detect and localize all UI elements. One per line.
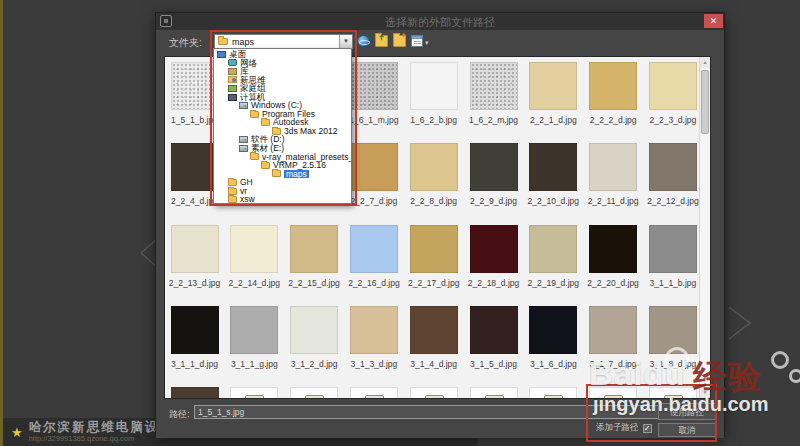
add-subpath-option[interactable]: 添加子路径 ✓ <box>596 422 652 434</box>
file-thumbnail-cell[interactable]: 3_1_3_d.jpg <box>345 306 402 384</box>
tree-item[interactable]: 新思维 <box>214 76 351 85</box>
tree-item[interactable]: maps <box>214 170 351 179</box>
file-thumbnail-cell[interactable] <box>166 387 223 399</box>
image-thumbnail <box>529 225 577 273</box>
user-icon <box>228 76 237 83</box>
image-thumbnail <box>171 143 219 191</box>
file-thumbnail-cell[interactable]: 2_2_18_d.jpg <box>465 225 522 303</box>
image-thumbnail <box>529 306 577 354</box>
file-thumbnail-cell[interactable] <box>465 387 522 399</box>
file-placeholder-icon <box>649 387 697 399</box>
file-thumbnail-cell[interactable] <box>405 387 462 399</box>
tree-item-label: 3ds Max 2012 <box>284 127 337 136</box>
library-icon <box>228 68 237 75</box>
view-menu-icon[interactable] <box>411 35 423 47</box>
file-thumbnail-cell[interactable]: 2_2_7_d.jpg <box>345 143 402 221</box>
tree-item[interactable]: GH <box>214 178 351 187</box>
file-thumbnail-cell[interactable] <box>286 387 343 399</box>
file-name-label: 2_2_1_d.jpg <box>525 115 582 125</box>
file-thumbnail-cell[interactable]: 3_1_8_d.jpg <box>644 306 701 384</box>
scroll-down-icon[interactable]: ▼ <box>700 387 710 398</box>
combo-dropdown-arrow-icon[interactable]: ▼ <box>339 35 352 48</box>
folder-icon <box>228 188 237 195</box>
file-thumbnail-cell[interactable]: 2_2_20_d.jpg <box>585 225 642 303</box>
tree-item[interactable]: vr <box>214 187 351 196</box>
tree-item[interactable]: 网络 <box>214 59 351 68</box>
cancel-button[interactable]: 取消 <box>658 423 716 437</box>
file-thumbnail-cell[interactable]: 2_2_2_d.jpg <box>585 62 642 140</box>
file-thumbnail-cell[interactable]: 3_1_1_b.jpg <box>644 225 701 303</box>
view-menu-caret-icon[interactable]: ▾ <box>425 39 429 47</box>
path-label: 路径: <box>169 408 190 421</box>
star-icon: ★ <box>11 425 23 440</box>
file-thumbnail-cell[interactable]: 1_6_1_m.jpg <box>345 62 402 140</box>
dialog-titlebar[interactable]: 选择新的外部文件路径 ✕ <box>156 13 724 30</box>
file-thumbnail-cell[interactable]: 2_2_9_d.jpg <box>465 143 522 221</box>
image-thumbnail <box>589 62 637 110</box>
file-thumbnail-cell[interactable]: 3_1_4_d.jpg <box>405 306 462 384</box>
path-input[interactable] <box>194 405 661 419</box>
file-thumbnail-cell[interactable]: 2_2_15_d.jpg <box>286 225 343 303</box>
image-thumbnail <box>171 306 219 354</box>
network-places-icon[interactable] <box>357 35 370 47</box>
folder-combobox[interactable]: maps ▼ <box>214 34 353 49</box>
file-thumbnail-cell[interactable]: 3_1_1_g.jpg <box>226 306 283 384</box>
file-thumbnail-cell[interactable]: 1_6_2_m.jpg <box>465 62 522 140</box>
file-thumbnail-cell[interactable]: 3_1_6_d.jpg <box>525 306 582 384</box>
image-thumbnail <box>350 143 398 191</box>
file-thumbnail-cell[interactable] <box>226 387 283 399</box>
file-name-label: 3_1_7_d.jpg <box>585 359 642 369</box>
file-thumbnail-cell[interactable]: 3_1_2_d.jpg <box>286 306 343 384</box>
add-subpath-checkbox[interactable]: ✓ <box>643 424 652 433</box>
file-placeholder-icon <box>290 387 338 399</box>
file-thumbnail-cell[interactable]: 1_6_2_b.jpg <box>405 62 462 140</box>
use-path-button[interactable]: 使用路径 <box>658 403 716 420</box>
file-thumbnail-cell[interactable]: 2_2_16_d.jpg <box>345 225 402 303</box>
chevron-right-icon[interactable] <box>726 304 754 342</box>
file-thumbnail-cell[interactable]: 3_1_5_d.jpg <box>465 306 522 384</box>
scroll-up-icon[interactable]: ▲ <box>700 57 710 68</box>
file-name-label: 1_6_2_b.jpg <box>405 115 462 125</box>
file-thumbnail-cell[interactable]: 2_2_11_d.jpg <box>585 143 642 221</box>
folder-tree-dropdown[interactable]: 桌面网络库新思维家庭组计算机Windows (C:)Program FilesA… <box>213 48 352 204</box>
homegroup-icon <box>228 85 237 92</box>
left-accent-strip <box>0 0 3 446</box>
file-thumbnail-cell[interactable]: 3_1_1_d.jpg <box>166 306 223 384</box>
new-folder-icon[interactable] <box>393 35 406 47</box>
close-button[interactable]: ✕ <box>704 14 723 28</box>
image-thumbnail <box>350 306 398 354</box>
file-name-label: 2_2_2_d.jpg <box>585 115 642 125</box>
image-thumbnail <box>230 306 278 354</box>
file-thumbnail-cell[interactable]: 2_2_13_d.jpg <box>166 225 223 303</box>
folder-icon <box>261 119 270 126</box>
file-name-label: 1_6_1_m.jpg <box>345 115 402 125</box>
file-name-label: 2_2_3_d.jpg <box>644 115 701 125</box>
file-thumbnail-cell[interactable]: 2_2_14_d.jpg <box>226 225 283 303</box>
file-name-label: 3_1_6_d.jpg <box>525 359 582 369</box>
file-thumbnail-cell[interactable] <box>525 387 582 399</box>
file-thumbnail-cell[interactable] <box>644 387 701 399</box>
file-thumbnail-cell[interactable]: 2_2_10_d.jpg <box>525 143 582 221</box>
file-thumbnail-cell[interactable]: 2_2_12_d.jpg <box>644 143 701 221</box>
scrollbar-thumb[interactable] <box>701 70 709 134</box>
image-thumbnail <box>649 62 697 110</box>
tree-item[interactable]: 桌面 <box>214 50 351 59</box>
file-thumbnail-cell[interactable]: 3_1_7_d.jpg <box>585 306 642 384</box>
file-thumbnail-cell[interactable]: 2_2_8_d.jpg <box>405 143 462 221</box>
folder-icon <box>261 162 270 169</box>
tree-item[interactable]: VRMP_2.5.16 <box>214 161 351 170</box>
tree-item[interactable]: 库 <box>214 67 351 76</box>
file-name-label: 3_1_5_d.jpg <box>465 359 522 369</box>
tree-item[interactable]: 家庭组 <box>214 84 351 93</box>
up-one-level-icon[interactable] <box>375 35 388 47</box>
file-thumbnail-cell[interactable]: 2_2_17_d.jpg <box>405 225 462 303</box>
file-thumbnail-cell[interactable]: 2_2_3_d.jpg <box>644 62 701 140</box>
tree-item-label: maps <box>284 170 309 179</box>
file-thumbnail-cell[interactable] <box>585 387 642 399</box>
tree-item[interactable]: xsw <box>214 195 351 204</box>
image-thumbnail <box>529 143 577 191</box>
file-thumbnail-cell[interactable]: 2_2_1_d.jpg <box>525 62 582 140</box>
image-thumbnail <box>470 225 518 273</box>
file-thumbnail-cell[interactable] <box>345 387 402 399</box>
file-thumbnail-cell[interactable]: 2_2_19_d.jpg <box>525 225 582 303</box>
